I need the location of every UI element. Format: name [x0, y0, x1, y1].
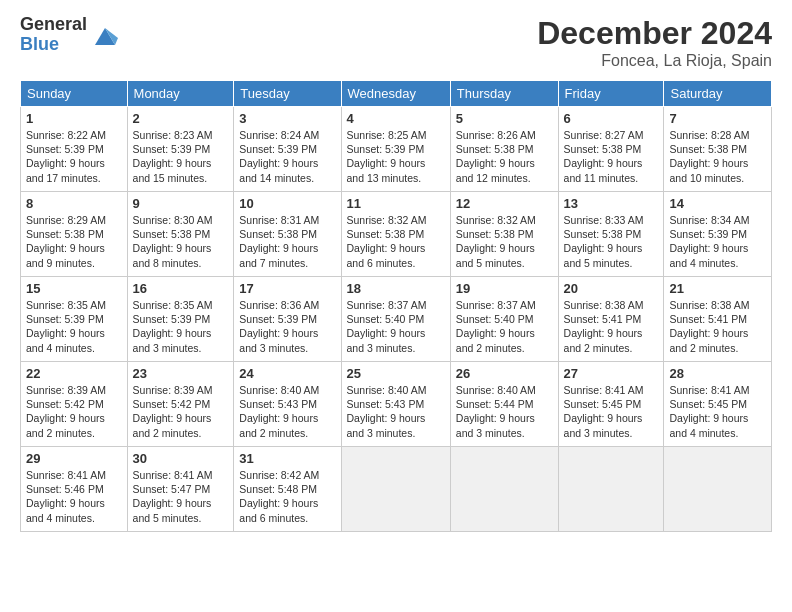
table-row: 3 Sunrise: 8:24 AM Sunset: 5:39 PM Dayli…	[234, 107, 341, 192]
col-sunday: Sunday	[21, 81, 128, 107]
calendar-week-row: 29 Sunrise: 8:41 AM Sunset: 5:46 PM Dayl…	[21, 447, 772, 532]
title-section: December 2024 Foncea, La Rioja, Spain	[537, 15, 772, 70]
day-number: 30	[133, 451, 229, 466]
day-info: Sunrise: 8:23 AM Sunset: 5:39 PM Dayligh…	[133, 128, 229, 185]
table-row: 14 Sunrise: 8:34 AM Sunset: 5:39 PM Dayl…	[664, 192, 772, 277]
day-info: Sunrise: 8:30 AM Sunset: 5:38 PM Dayligh…	[133, 213, 229, 270]
day-number: 14	[669, 196, 766, 211]
day-number: 5	[456, 111, 553, 126]
table-row	[341, 447, 450, 532]
day-info: Sunrise: 8:41 AM Sunset: 5:46 PM Dayligh…	[26, 468, 122, 525]
day-info: Sunrise: 8:28 AM Sunset: 5:38 PM Dayligh…	[669, 128, 766, 185]
day-info: Sunrise: 8:32 AM Sunset: 5:38 PM Dayligh…	[347, 213, 445, 270]
day-number: 31	[239, 451, 335, 466]
day-info: Sunrise: 8:37 AM Sunset: 5:40 PM Dayligh…	[456, 298, 553, 355]
day-number: 17	[239, 281, 335, 296]
table-row: 9 Sunrise: 8:30 AM Sunset: 5:38 PM Dayli…	[127, 192, 234, 277]
table-row: 29 Sunrise: 8:41 AM Sunset: 5:46 PM Dayl…	[21, 447, 128, 532]
table-row: 15 Sunrise: 8:35 AM Sunset: 5:39 PM Dayl…	[21, 277, 128, 362]
day-number: 26	[456, 366, 553, 381]
table-row: 31 Sunrise: 8:42 AM Sunset: 5:48 PM Dayl…	[234, 447, 341, 532]
header: General Blue December 2024 Foncea, La Ri…	[20, 15, 772, 70]
table-row	[450, 447, 558, 532]
day-number: 13	[564, 196, 659, 211]
logo-blue: Blue	[20, 35, 87, 55]
day-info: Sunrise: 8:33 AM Sunset: 5:38 PM Dayligh…	[564, 213, 659, 270]
table-row: 16 Sunrise: 8:35 AM Sunset: 5:39 PM Dayl…	[127, 277, 234, 362]
logo-text: General Blue	[20, 15, 87, 55]
table-row: 2 Sunrise: 8:23 AM Sunset: 5:39 PM Dayli…	[127, 107, 234, 192]
calendar-week-row: 15 Sunrise: 8:35 AM Sunset: 5:39 PM Dayl…	[21, 277, 772, 362]
day-info: Sunrise: 8:35 AM Sunset: 5:39 PM Dayligh…	[133, 298, 229, 355]
day-info: Sunrise: 8:25 AM Sunset: 5:39 PM Dayligh…	[347, 128, 445, 185]
day-info: Sunrise: 8:27 AM Sunset: 5:38 PM Dayligh…	[564, 128, 659, 185]
table-row: 11 Sunrise: 8:32 AM Sunset: 5:38 PM Dayl…	[341, 192, 450, 277]
table-row: 20 Sunrise: 8:38 AM Sunset: 5:41 PM Dayl…	[558, 277, 664, 362]
table-row: 23 Sunrise: 8:39 AM Sunset: 5:42 PM Dayl…	[127, 362, 234, 447]
month-title: December 2024	[537, 15, 772, 52]
table-row: 6 Sunrise: 8:27 AM Sunset: 5:38 PM Dayli…	[558, 107, 664, 192]
day-info: Sunrise: 8:42 AM Sunset: 5:48 PM Dayligh…	[239, 468, 335, 525]
col-tuesday: Tuesday	[234, 81, 341, 107]
calendar-week-row: 22 Sunrise: 8:39 AM Sunset: 5:42 PM Dayl…	[21, 362, 772, 447]
day-info: Sunrise: 8:35 AM Sunset: 5:39 PM Dayligh…	[26, 298, 122, 355]
day-number: 24	[239, 366, 335, 381]
day-info: Sunrise: 8:40 AM Sunset: 5:43 PM Dayligh…	[347, 383, 445, 440]
day-info: Sunrise: 8:41 AM Sunset: 5:47 PM Dayligh…	[133, 468, 229, 525]
calendar-header-row: Sunday Monday Tuesday Wednesday Thursday…	[21, 81, 772, 107]
table-row: 21 Sunrise: 8:38 AM Sunset: 5:41 PM Dayl…	[664, 277, 772, 362]
day-number: 6	[564, 111, 659, 126]
day-number: 16	[133, 281, 229, 296]
table-row: 4 Sunrise: 8:25 AM Sunset: 5:39 PM Dayli…	[341, 107, 450, 192]
table-row: 1 Sunrise: 8:22 AM Sunset: 5:39 PM Dayli…	[21, 107, 128, 192]
location: Foncea, La Rioja, Spain	[537, 52, 772, 70]
day-number: 25	[347, 366, 445, 381]
day-info: Sunrise: 8:39 AM Sunset: 5:42 PM Dayligh…	[26, 383, 122, 440]
day-number: 27	[564, 366, 659, 381]
day-number: 12	[456, 196, 553, 211]
table-row: 19 Sunrise: 8:37 AM Sunset: 5:40 PM Dayl…	[450, 277, 558, 362]
col-thursday: Thursday	[450, 81, 558, 107]
day-info: Sunrise: 8:41 AM Sunset: 5:45 PM Dayligh…	[564, 383, 659, 440]
day-number: 1	[26, 111, 122, 126]
table-row: 10 Sunrise: 8:31 AM Sunset: 5:38 PM Dayl…	[234, 192, 341, 277]
calendar-week-row: 8 Sunrise: 8:29 AM Sunset: 5:38 PM Dayli…	[21, 192, 772, 277]
table-row: 17 Sunrise: 8:36 AM Sunset: 5:39 PM Dayl…	[234, 277, 341, 362]
day-info: Sunrise: 8:32 AM Sunset: 5:38 PM Dayligh…	[456, 213, 553, 270]
day-number: 19	[456, 281, 553, 296]
logo-icon	[90, 20, 120, 50]
day-number: 4	[347, 111, 445, 126]
day-info: Sunrise: 8:41 AM Sunset: 5:45 PM Dayligh…	[669, 383, 766, 440]
col-friday: Friday	[558, 81, 664, 107]
table-row: 18 Sunrise: 8:37 AM Sunset: 5:40 PM Dayl…	[341, 277, 450, 362]
day-info: Sunrise: 8:29 AM Sunset: 5:38 PM Dayligh…	[26, 213, 122, 270]
day-number: 3	[239, 111, 335, 126]
day-info: Sunrise: 8:39 AM Sunset: 5:42 PM Dayligh…	[133, 383, 229, 440]
day-info: Sunrise: 8:40 AM Sunset: 5:43 PM Dayligh…	[239, 383, 335, 440]
day-info: Sunrise: 8:40 AM Sunset: 5:44 PM Dayligh…	[456, 383, 553, 440]
table-row: 12 Sunrise: 8:32 AM Sunset: 5:38 PM Dayl…	[450, 192, 558, 277]
table-row: 28 Sunrise: 8:41 AM Sunset: 5:45 PM Dayl…	[664, 362, 772, 447]
day-info: Sunrise: 8:26 AM Sunset: 5:38 PM Dayligh…	[456, 128, 553, 185]
day-number: 21	[669, 281, 766, 296]
day-info: Sunrise: 8:34 AM Sunset: 5:39 PM Dayligh…	[669, 213, 766, 270]
day-info: Sunrise: 8:36 AM Sunset: 5:39 PM Dayligh…	[239, 298, 335, 355]
calendar-week-row: 1 Sunrise: 8:22 AM Sunset: 5:39 PM Dayli…	[21, 107, 772, 192]
day-number: 20	[564, 281, 659, 296]
day-number: 9	[133, 196, 229, 211]
table-row: 26 Sunrise: 8:40 AM Sunset: 5:44 PM Dayl…	[450, 362, 558, 447]
table-row: 24 Sunrise: 8:40 AM Sunset: 5:43 PM Dayl…	[234, 362, 341, 447]
table-row: 30 Sunrise: 8:41 AM Sunset: 5:47 PM Dayl…	[127, 447, 234, 532]
logo: General Blue	[20, 15, 120, 55]
table-row: 25 Sunrise: 8:40 AM Sunset: 5:43 PM Dayl…	[341, 362, 450, 447]
day-number: 29	[26, 451, 122, 466]
table-row: 8 Sunrise: 8:29 AM Sunset: 5:38 PM Dayli…	[21, 192, 128, 277]
table-row: 22 Sunrise: 8:39 AM Sunset: 5:42 PM Dayl…	[21, 362, 128, 447]
col-saturday: Saturday	[664, 81, 772, 107]
day-info: Sunrise: 8:38 AM Sunset: 5:41 PM Dayligh…	[669, 298, 766, 355]
table-row	[664, 447, 772, 532]
day-number: 2	[133, 111, 229, 126]
table-row	[558, 447, 664, 532]
day-info: Sunrise: 8:31 AM Sunset: 5:38 PM Dayligh…	[239, 213, 335, 270]
day-number: 15	[26, 281, 122, 296]
